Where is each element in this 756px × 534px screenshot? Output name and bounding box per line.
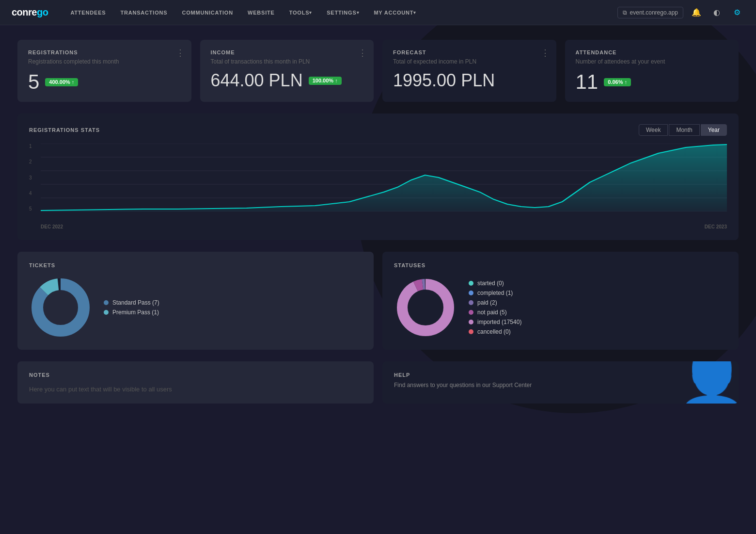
external-link-text: event.conrego.app xyxy=(630,9,678,16)
registrations-value: 5 400.00% ↑ xyxy=(28,72,181,92)
tickets-legend: Standard Pass (7) Premium Pass (1) xyxy=(104,299,159,316)
registrations-subtitle: Registrations completed this month xyxy=(28,58,181,65)
nav-my-account[interactable]: MY ACCOUNT xyxy=(367,0,423,25)
nav-tools[interactable]: TOOLS xyxy=(283,0,319,25)
statuses-dot-0 xyxy=(469,281,473,286)
tickets-label-0: Standard Pass (7) xyxy=(112,299,159,306)
external-link-icon: ⧉ xyxy=(623,9,627,16)
statuses-label-5: cancelled (0) xyxy=(477,328,511,335)
tickets-legend-item-0: Standard Pass (7) xyxy=(104,299,159,306)
registrations-badge: 400.00% ↑ xyxy=(45,78,78,86)
tickets-dot-1 xyxy=(104,310,109,315)
statuses-label-3: not paid (5) xyxy=(477,309,507,316)
statuses-donut-chart xyxy=(394,276,457,339)
time-buttons: Week Month Year xyxy=(639,124,727,136)
income-value: 644.00 PLN 100.00% ↑ xyxy=(211,72,363,89)
help-subtitle: Find answers to your questions in our Su… xyxy=(394,382,727,388)
statuses-legend-item-0: started (0) xyxy=(469,280,521,287)
tickets-legend-item-1: Premium Pass (1) xyxy=(104,309,159,316)
help-section: HELP Find answers to your questions in o… xyxy=(382,361,739,404)
chart-area xyxy=(41,144,727,211)
tickets-dot-0 xyxy=(104,300,109,305)
year-button[interactable]: Year xyxy=(701,124,727,136)
nav-communication[interactable]: COMMUNICATION xyxy=(175,0,240,25)
tickets-title: TICKETS xyxy=(29,262,362,268)
chart-svg xyxy=(41,144,727,211)
attendance-title: ATTENDANCE xyxy=(576,49,728,55)
chart-x-start: DEC 2022 xyxy=(41,224,63,229)
statuses-dot-4 xyxy=(469,320,473,324)
nav-right: ⧉ event.conrego.app 🔔 ◐ ⚙ xyxy=(617,5,744,20)
month-button[interactable]: Month xyxy=(669,124,699,136)
nav-website[interactable]: WEBSITE xyxy=(241,0,282,25)
registrations-menu-button[interactable]: ⋮ xyxy=(176,48,185,58)
stats-title: REGISTRATIONS STATS xyxy=(29,127,100,133)
statuses-legend-item-2: paid (2) xyxy=(469,299,521,306)
income-badge: 100.00% ↑ xyxy=(309,77,342,85)
chart-container: 5 4 3 2 1 xyxy=(29,144,727,221)
income-title: INCOME xyxy=(211,49,363,55)
statuses-legend-item-1: completed (1) xyxy=(469,290,521,296)
chart-y-labels: 5 4 3 2 1 xyxy=(29,144,32,221)
statuses-label-2: paid (2) xyxy=(477,299,497,306)
notes-title: NOTES xyxy=(29,372,362,378)
chart-x-end: DEC 2023 xyxy=(705,224,727,229)
week-button[interactable]: Week xyxy=(639,124,668,136)
user-settings-button[interactable]: ⚙ xyxy=(730,5,744,20)
main-content: ⋮ REGISTRATIONS Registrations completed … xyxy=(0,25,756,430)
forecast-subtitle: Total of expected income in PLN xyxy=(393,58,546,65)
tickets-donut-row: Standard Pass (7) Premium Pass (1) xyxy=(29,276,362,339)
logo-accent: go xyxy=(37,7,48,17)
bottom-row: TICKETS Standard Pass (7) Pr xyxy=(17,252,739,350)
income-menu-button[interactable]: ⋮ xyxy=(358,48,367,58)
chart-x-labels: DEC 2022 DEC 2023 xyxy=(29,224,727,229)
statuses-donut-row: started (0) completed (1) paid (2) not p… xyxy=(394,276,727,339)
notes-placeholder: Here you can put text that will be visib… xyxy=(29,386,362,393)
forecast-card: ⋮ FORECAST Total of expected income in P… xyxy=(382,40,556,102)
notes-section: NOTES Here you can put text that will be… xyxy=(17,361,374,404)
attendance-subtitle: Number of attendees at your event xyxy=(576,58,728,65)
logo[interactable]: conrego xyxy=(12,7,48,18)
notifications-button[interactable]: 🔔 xyxy=(689,5,704,20)
dark-mode-button[interactable]: ◐ xyxy=(709,5,724,20)
forecast-menu-button[interactable]: ⋮ xyxy=(541,48,550,58)
statuses-dot-2 xyxy=(469,300,473,305)
statuses-dot-3 xyxy=(469,310,473,315)
stats-section: REGISTRATIONS STATS Week Month Year 5 4 … xyxy=(17,113,739,240)
nav-links: ATTENDEES TRANSACTIONS COMMUNICATION WEB… xyxy=(63,0,617,25)
income-card: ⋮ INCOME Total of transactions this mont… xyxy=(200,40,374,102)
cards-row: ⋮ REGISTRATIONS Registrations completed … xyxy=(17,40,739,102)
registrations-card: ⋮ REGISTRATIONS Registrations completed … xyxy=(17,40,191,102)
navbar: conrego ATTENDEES TRANSACTIONS COMMUNICA… xyxy=(0,0,756,25)
forecast-title: FORECAST xyxy=(393,49,546,55)
statuses-label-0: started (0) xyxy=(477,280,504,287)
forecast-value: 1995.00 PLN xyxy=(393,72,546,89)
svg-point-10 xyxy=(402,284,449,331)
statuses-section: STATUSES started (0) xyxy=(382,252,739,350)
attendance-badge: 0.06% ↑ xyxy=(604,78,631,86)
statuses-legend: started (0) completed (1) paid (2) not p… xyxy=(469,280,521,335)
statuses-dot-5 xyxy=(469,329,473,334)
nav-transactions[interactable]: TRANSACTIONS xyxy=(113,0,174,25)
tickets-label-1: Premium Pass (1) xyxy=(112,309,159,316)
registrations-title: REGISTRATIONS xyxy=(28,49,181,55)
statuses-legend-item-5: cancelled (0) xyxy=(469,328,521,335)
nav-settings[interactable]: SETTINGS xyxy=(320,0,366,25)
stats-header: REGISTRATIONS STATS Week Month Year xyxy=(29,124,727,136)
income-subtitle: Total of transactions this month in PLN xyxy=(211,58,363,65)
help-title: HELP xyxy=(394,372,727,378)
statuses-label-1: completed (1) xyxy=(477,290,513,296)
nav-attendees[interactable]: ATTENDEES xyxy=(63,0,112,25)
last-row: NOTES Here you can put text that will be… xyxy=(17,361,739,415)
statuses-legend-item-3: not paid (5) xyxy=(469,309,521,316)
statuses-title: STATUSES xyxy=(394,262,727,268)
tickets-donut-chart xyxy=(29,276,92,339)
attendance-value: 11 0.06% ↑ xyxy=(576,72,728,92)
external-link[interactable]: ⧉ event.conrego.app xyxy=(617,7,683,18)
logo-text: conrego xyxy=(12,7,48,18)
attendance-card: ATTENDANCE Number of attendees at your e… xyxy=(565,40,739,102)
statuses-label-4: imported (17540) xyxy=(477,319,521,325)
tickets-section: TICKETS Standard Pass (7) Pr xyxy=(17,252,374,350)
statuses-legend-item-4: imported (17540) xyxy=(469,319,521,325)
statuses-dot-1 xyxy=(469,291,473,295)
